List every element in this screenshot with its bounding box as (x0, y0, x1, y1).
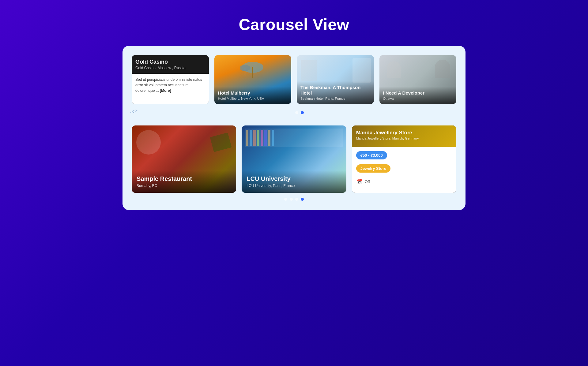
top-cards-row: Gold Casino Gold Casino, Moscow , Russia… (132, 55, 456, 104)
hotel-mulberry-title: Hotel Mulberry (218, 90, 288, 96)
beekman-title: The Beekman, A Thompson Hotel (300, 85, 370, 96)
calendar-icon: 📅 (356, 179, 362, 185)
card-beekman[interactable]: The Beekman, A Thompson Hotel Beekman Ho… (297, 55, 374, 104)
card-hotel-mulberry[interactable]: Hotel Mulberry Hotel Mullbery, New York,… (214, 55, 292, 104)
top-dots (143, 111, 456, 114)
restaurant-title: Sample Restaurant (137, 175, 231, 182)
bottom-dot-3[interactable] (295, 198, 298, 201)
restaurant-subtitle: Burnaby, BC (137, 184, 231, 188)
bottom-cards-row: Sample Restaurant Burnaby, BC (132, 125, 456, 193)
jewellery-subtitle: Manda Jewellery Store, Munich, Germany (356, 136, 452, 140)
category-badge: Jewelry Store (356, 164, 391, 173)
bottom-dot-4[interactable] (301, 198, 304, 201)
carousel-arrow-left: ╱ ╱ (132, 109, 137, 114)
card-university[interactable]: LCU University LCU University, Paris, Fr… (242, 125, 346, 193)
developer-title: I Need A Developer (383, 90, 453, 96)
bottom-dot-2[interactable] (290, 198, 293, 201)
price-badge: €50 - €3,000 (356, 151, 387, 159)
hotel-mulberry-subtitle: Hotel Mullbery, New York, USA (218, 97, 288, 100)
card-restaurant[interactable]: Sample Restaurant Burnaby, BC (132, 125, 236, 193)
top-dot-2[interactable] (301, 111, 304, 114)
jewellery-title: Manda Jewellery Store (356, 130, 452, 136)
university-title: LCU University (247, 175, 341, 182)
card-jewellery[interactable]: Manda Jewellery Store Manda Jewellery St… (352, 125, 456, 193)
bottom-dot-1[interactable] (284, 198, 287, 201)
card-gold-casino[interactable]: Gold Casino Gold Casino, Moscow , Russia… (132, 55, 209, 104)
casino-more[interactable]: [More] (160, 88, 171, 93)
card-developer[interactable]: I Need A Developer Ottawa (379, 55, 457, 104)
top-dot-1[interactable] (295, 111, 298, 114)
page-title: Carousel View (0, 15, 588, 34)
casino-title: Gold Casino (135, 59, 205, 65)
bottom-carousel: Sample Restaurant Burnaby, BC (132, 125, 456, 201)
developer-subtitle: Ottawa (383, 97, 453, 100)
page-header: Carousel View (0, 0, 588, 46)
beekman-subtitle: Beekman Hotel, Paris, France (300, 97, 370, 100)
casino-subtitle: Gold Casino, Moscow , Russia (135, 66, 205, 70)
bottom-dots (132, 198, 456, 201)
status-label: Off (365, 179, 370, 184)
carousel-container: Gold Casino Gold Casino, Moscow , Russia… (123, 46, 466, 210)
status-row: 📅 Off (356, 179, 452, 185)
top-carousel: Gold Casino Gold Casino, Moscow , Russia… (132, 55, 456, 116)
university-subtitle: LCU University, Paris, France (247, 184, 341, 188)
